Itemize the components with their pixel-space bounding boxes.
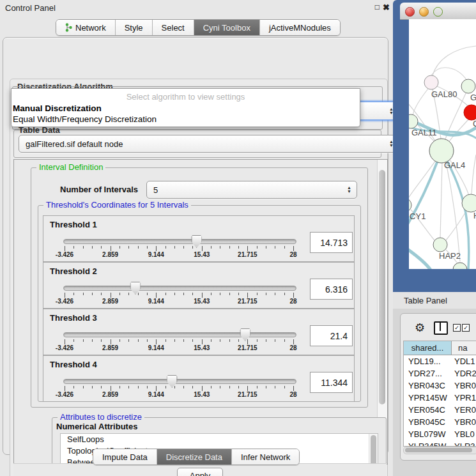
gear-icon[interactable]: ⚙: [415, 321, 425, 335]
slider-tick: [238, 339, 239, 342]
cell-name[interactable]: YDR2: [452, 367, 476, 380]
slider-tick-label: 2.859: [102, 251, 118, 258]
threshold-value-field[interactable]: 6.316: [310, 279, 353, 300]
horizontal-scrollbar[interactable]: [403, 447, 476, 454]
threshold-slider-thumb[interactable]: [130, 282, 141, 295]
threshold-slider-thumb[interactable]: [167, 375, 178, 388]
cell-name[interactable]: YBR0: [452, 380, 476, 392]
slider-tick: [293, 293, 294, 298]
slider-tick-label: 28: [289, 344, 296, 351]
horizontal-scrollbar-thumb[interactable]: [405, 448, 472, 452]
table-row[interactable]: YER054CYER0: [404, 404, 476, 416]
slider-tick: [266, 293, 266, 295]
cell-name[interactable]: YBR0: [452, 416, 476, 428]
threshold-slider-track[interactable]: [63, 332, 296, 337]
network-node-label: HAP2: [439, 251, 461, 261]
slider-tick: [147, 386, 148, 388]
zoom-traffic-light-icon[interactable]: [433, 7, 443, 17]
slider-tick: [138, 339, 139, 342]
slider-tick: [83, 386, 84, 388]
threshold-slider-track[interactable]: [63, 239, 296, 244]
slider-tick: [92, 293, 93, 295]
network-node[interactable]: [453, 263, 467, 269]
threshold-value-field[interactable]: 14.713: [310, 232, 353, 253]
slider-tick: [174, 339, 175, 342]
cell-shared-name[interactable]: YPR145W: [404, 392, 452, 404]
slider-tick-label: -3.426: [56, 391, 73, 398]
slider-tick: [73, 339, 74, 342]
dropdown-option-equal-width-frequency[interactable]: Equal Width/Frequency Discretization: [13, 114, 157, 124]
slider-tick: [165, 386, 166, 388]
table-row[interactable]: YLR345WYLR3: [404, 440, 476, 447]
tab-network[interactable]: Network: [56, 20, 116, 35]
tab-label: jActiveMNodules: [269, 23, 331, 33]
table-row[interactable]: YBR043CYBR0: [404, 380, 476, 392]
slider-tick: [247, 246, 248, 251]
table-row[interactable]: YBL079WYBL0: [404, 428, 476, 440]
network-node-label: GAL11: [411, 128, 437, 137]
threshold-slider-thumb[interactable]: [240, 328, 250, 341]
attribute-list-item[interactable]: SelfLoops: [61, 434, 378, 445]
tab-label: Cyni Toolbox: [203, 23, 250, 33]
threshold-value-field[interactable]: 21.4: [310, 325, 353, 346]
table-data-combobox[interactable]: galFiltered.sif default node ▲▼: [19, 135, 399, 153]
threshold-slider-track[interactable]: [63, 286, 296, 291]
network-graph: GAL80GACGAL11GAL4GCY1HHAP2: [409, 19, 476, 269]
network-node-gal11[interactable]: [409, 114, 418, 128]
threshold-value-field[interactable]: 11.344: [310, 372, 353, 393]
cell-shared-name[interactable]: YBL079W: [404, 428, 452, 440]
table-data-combobox-value: galFiltered.sif default node: [26, 139, 123, 149]
cell-shared-name[interactable]: YBR045C: [404, 416, 452, 428]
cell-shared-name[interactable]: YDL19...: [404, 355, 452, 367]
close-icon[interactable]: ✖: [383, 3, 390, 12]
slider-tick: [156, 386, 157, 391]
cell-shared-name[interactable]: YLR345W: [404, 440, 452, 447]
tab-infer-network[interactable]: Infer Network: [232, 449, 299, 464]
tab-cyni-toolbox[interactable]: Cyni Toolbox: [194, 20, 260, 35]
cell-name[interactable]: YER0: [452, 404, 476, 416]
table-row[interactable]: YDR27...YDR2: [404, 367, 476, 380]
threshold-slider-track[interactable]: [63, 379, 296, 384]
cell-shared-name[interactable]: YER054C: [404, 404, 452, 416]
vertical-scrollbar-thumb[interactable]: [379, 170, 385, 404]
network-node-gal4[interactable]: [429, 139, 454, 163]
dropdown-option-manual-discretization[interactable]: Manual Discretization: [13, 104, 102, 113]
cell-name[interactable]: YLR3: [452, 440, 476, 447]
slider-tick: [247, 339, 248, 344]
combo-stepper-icon: ▲▼: [347, 186, 351, 194]
table-row[interactable]: YPR145WYPR1: [404, 392, 476, 404]
checkbox-icon[interactable]: ✓: [462, 324, 470, 332]
slider-tick-label: 2.859: [102, 298, 118, 305]
tab-jactivemnodules[interactable]: jActiveMNodules: [260, 20, 340, 35]
minimize-traffic-light-icon[interactable]: [419, 7, 429, 17]
slider-tick: [156, 293, 157, 298]
slider-tick: [266, 246, 266, 249]
column-layout-icon[interactable]: [434, 321, 448, 335]
close-traffic-light-icon[interactable]: [405, 7, 415, 17]
cell-shared-name[interactable]: YDR27...: [404, 367, 452, 380]
tab-impute-data[interactable]: Impute Data: [93, 449, 157, 464]
table-row[interactable]: YBR045CYBR0: [404, 416, 476, 428]
slider-tick: [257, 386, 257, 388]
cell-name[interactable]: YBL0: [452, 428, 476, 440]
column-header-shared-name[interactable]: shared...: [404, 341, 452, 355]
slider-tick: [65, 339, 65, 344]
tab-style[interactable]: Style: [116, 20, 153, 35]
network-node-c[interactable]: [464, 105, 476, 120]
network-node-hap2[interactable]: [433, 238, 447, 252]
network-node-ga[interactable]: [461, 79, 475, 93]
tab-discretize-data[interactable]: Discretize Data: [157, 449, 232, 464]
cell-name[interactable]: YDL1: [452, 355, 476, 367]
float-window-icon[interactable]: □: [375, 3, 380, 12]
apply-button[interactable]: Apply: [177, 468, 223, 476]
column-header-name[interactable]: na: [452, 341, 476, 355]
table-row[interactable]: YDL19...YDL1: [404, 355, 476, 367]
network-canvas[interactable]: GAL80GACGAL11GAL4GCY1HHAP2: [409, 19, 476, 269]
slider-tick-label: 15.43: [194, 298, 210, 305]
cell-name[interactable]: YPR1: [452, 392, 476, 404]
tab-select[interactable]: Select: [153, 20, 194, 35]
network-node-gal80[interactable]: [424, 75, 438, 89]
cell-shared-name[interactable]: YBR043C: [404, 380, 452, 392]
number-of-intervals-combobox[interactable]: 5 ▲▼: [146, 181, 357, 199]
checkbox-icon[interactable]: ✓: [453, 324, 461, 332]
